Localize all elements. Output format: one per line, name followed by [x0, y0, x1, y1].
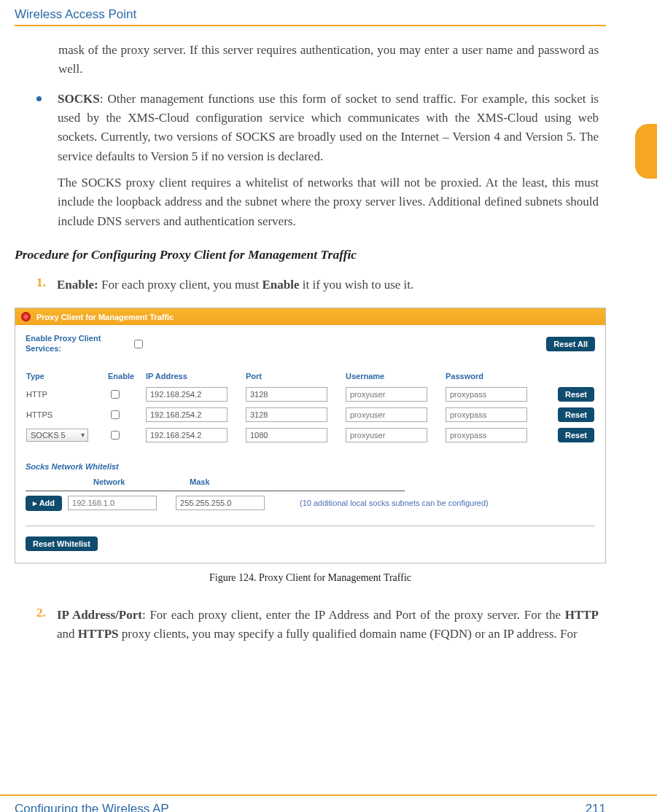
row-enable-checkbox[interactable]	[111, 431, 120, 440]
row-enable-checkbox[interactable]	[111, 410, 120, 419]
table-row: SOCKS 5 Reset	[26, 427, 595, 443]
banner-title: Proxy Client for Management Traffic	[36, 313, 174, 321]
step-1-label: Enable:	[57, 278, 98, 292]
whitelist-network-input[interactable]	[68, 496, 157, 510]
paragraph-mask: mask of the proxy server. If this server…	[58, 41, 599, 79]
step-number: 1.	[36, 276, 57, 294]
socks-version-select[interactable]: SOCKS 5	[26, 429, 88, 442]
divider	[26, 526, 595, 526]
reset-button[interactable]: Reset	[558, 428, 594, 442]
reset-button[interactable]: Reset	[558, 387, 594, 402]
figure-caption: Figure 124. Proxy Client for Management …	[15, 572, 606, 584]
footer-section: Configuring the Wireless AP	[15, 802, 169, 812]
password-input[interactable]	[446, 387, 527, 402]
col-pass: Password	[445, 371, 545, 382]
ip-input[interactable]	[146, 428, 228, 442]
procedure-heading: Procedure for Configuring Proxy Client f…	[15, 247, 606, 262]
side-tab	[635, 124, 657, 179]
socks-body: : Other management functions use this fo…	[58, 92, 599, 163]
enable-services-checkbox[interactable]	[134, 340, 143, 348]
figure-banner: Proxy Client for Management Traffic	[15, 308, 605, 325]
row-type: HTTP	[26, 386, 107, 402]
step-number: 2.	[36, 606, 57, 644]
col-enable: Enable	[107, 371, 145, 382]
port-input[interactable]	[246, 387, 327, 402]
figure-screenshot: Proxy Client for Management Traffic Enab…	[15, 308, 606, 563]
step-2-label: IP Address/Port	[57, 608, 142, 622]
socks-label: SOCKS	[58, 92, 100, 106]
col-ip: IP Address	[145, 371, 245, 382]
table-row: HTTPS Reset	[26, 407, 595, 423]
add-button[interactable]: ▸ Add	[26, 496, 62, 511]
username-input[interactable]	[346, 407, 427, 422]
proxy-table: Type Enable IP Address Port Username Pas…	[26, 367, 595, 448]
col-port: Port	[245, 371, 345, 382]
col-user: Username	[345, 371, 445, 382]
whitelist-mask-input[interactable]	[176, 496, 265, 510]
port-input[interactable]	[246, 407, 327, 422]
username-input[interactable]	[346, 428, 427, 442]
header-title: Wireless Access Point	[15, 7, 606, 26]
enable-services-label: Enable Proxy Client Services:	[26, 334, 131, 353]
wl-col-network: Network	[93, 477, 189, 488]
paragraph-socks: SOCKS: Other management functions use th…	[58, 90, 599, 166]
wl-col-mask: Mask	[189, 477, 405, 488]
row-enable-checkbox[interactable]	[111, 390, 120, 399]
table-row: HTTP Reset	[26, 386, 595, 402]
username-input[interactable]	[346, 387, 427, 402]
page-number: 211	[586, 802, 606, 812]
whitelist-note: (10 additional local socks subnets can b…	[300, 499, 489, 507]
step-1-text: Enable: For each proxy client, you must …	[57, 276, 413, 294]
reset-button[interactable]: Reset	[558, 407, 594, 422]
row-type: HTTPS	[26, 407, 107, 423]
step-2-text: IP Address/Port: For each proxy client, …	[57, 606, 599, 644]
ip-input[interactable]	[146, 387, 228, 402]
password-input[interactable]	[446, 407, 527, 422]
reset-all-button[interactable]: Reset All	[546, 337, 595, 351]
password-input[interactable]	[446, 428, 527, 442]
port-input[interactable]	[246, 428, 327, 442]
reset-whitelist-button[interactable]: Reset Whitelist	[26, 536, 98, 551]
ip-input[interactable]	[146, 407, 228, 422]
whitelist-heading: Socks Network Whitelist	[26, 462, 595, 471]
paragraph-socks-more: The SOCKS proxy client requires a whitel…	[58, 173, 599, 231]
col-type: Type	[26, 371, 107, 382]
bullet-icon	[36, 96, 42, 101]
banner-dot-icon	[21, 312, 31, 321]
